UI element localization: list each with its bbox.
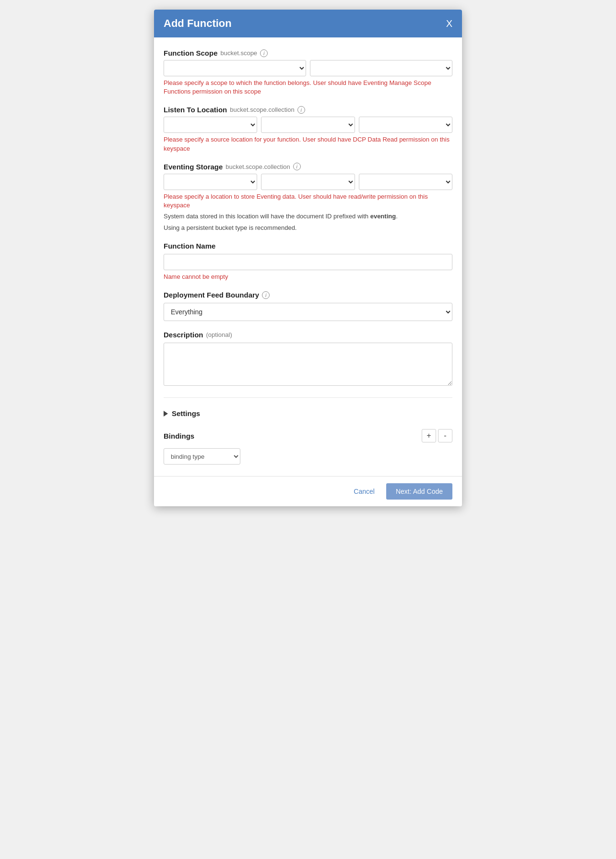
- eventing-storage-collection-select[interactable]: [359, 174, 452, 190]
- listen-to-location-section: Listen To Location bucket.scope.collecti…: [164, 106, 452, 153]
- deployment-feed-boundary-info-icon[interactable]: i: [262, 291, 270, 299]
- function-scope-bucket-select[interactable]: [164, 60, 306, 76]
- bindings-row: binding type URL Alias Bucket Alias Cons…: [164, 448, 452, 465]
- listen-to-location-error: Please specify a source location for you…: [164, 135, 452, 153]
- description-section: Description (optional): [164, 331, 452, 388]
- function-name-section: Function Name Name cannot be empty: [164, 242, 452, 281]
- eventing-storage-info-icon[interactable]: i: [293, 163, 301, 170]
- cancel-button[interactable]: Cancel: [348, 484, 380, 499]
- settings-label: Settings: [172, 409, 200, 418]
- eventing-storage-note2: Using a persistent bucket type is recomm…: [164, 223, 452, 233]
- deployment-feed-boundary-label: Deployment Feed Boundary i: [164, 291, 452, 299]
- close-button[interactable]: X: [446, 19, 452, 28]
- dialog-footer: Cancel Next: Add Code: [154, 476, 462, 506]
- dialog-body: Function Scope bucket.scope i Please spe…: [154, 37, 462, 476]
- settings-separator: [164, 397, 452, 398]
- eventing-storage-sublabel: bucket.scope.collection: [225, 163, 290, 170]
- bindings-controls: + -: [422, 429, 452, 442]
- listen-to-location-sublabel: bucket.scope.collection: [230, 106, 294, 113]
- settings-toggle[interactable]: Settings: [164, 406, 452, 421]
- function-scope-scope-select[interactable]: [310, 60, 452, 76]
- listen-to-location-bucket-select[interactable]: [164, 117, 257, 133]
- bindings-header: Bindings + -: [164, 429, 452, 442]
- deployment-feed-boundary-section: Deployment Feed Boundary i Everything Fr…: [164, 291, 452, 321]
- listen-to-location-collection-select[interactable]: [359, 117, 452, 133]
- description-textarea[interactable]: [164, 343, 452, 386]
- function-name-error: Name cannot be empty: [164, 273, 452, 281]
- deployment-feed-boundary-select[interactable]: Everything From now: [164, 303, 452, 321]
- function-scope-selects: [164, 60, 452, 76]
- next-button[interactable]: Next: Add Code: [386, 483, 452, 500]
- function-name-label: Function Name: [164, 242, 452, 250]
- eventing-storage-scope-select[interactable]: [261, 174, 355, 190]
- function-scope-sublabel: bucket.scope: [221, 49, 258, 57]
- eventing-storage-error: Please specify a location to store Event…: [164, 192, 452, 210]
- bindings-remove-button[interactable]: -: [438, 429, 452, 442]
- listen-to-location-label: Listen To Location bucket.scope.collecti…: [164, 106, 452, 114]
- settings-chevron-icon: [164, 411, 168, 417]
- listen-to-location-info-icon[interactable]: i: [297, 106, 305, 114]
- function-scope-error: Please specify a scope to which the func…: [164, 79, 452, 96]
- listen-to-location-selects: [164, 117, 452, 133]
- binding-type-select[interactable]: binding type URL Alias Bucket Alias Cons…: [164, 448, 240, 465]
- eventing-storage-label: Eventing Storage bucket.scope.collection…: [164, 163, 452, 171]
- dialog-header: Add Function X: [154, 10, 462, 37]
- add-function-dialog: Add Function X Function Scope bucket.sco…: [154, 10, 462, 506]
- listen-to-location-scope-select[interactable]: [261, 117, 355, 133]
- bindings-title: Bindings: [164, 432, 194, 440]
- eventing-storage-note1: System data stored in this location will…: [164, 212, 452, 221]
- eventing-storage-bucket-select[interactable]: [164, 174, 257, 190]
- description-optional-label: (optional): [206, 331, 232, 338]
- bindings-add-button[interactable]: +: [422, 429, 436, 442]
- function-scope-label: Function Scope bucket.scope i: [164, 49, 452, 57]
- dialog-title: Add Function: [164, 17, 232, 30]
- function-name-input[interactable]: [164, 254, 452, 270]
- description-label: Description (optional): [164, 331, 452, 339]
- eventing-storage-selects: [164, 174, 452, 190]
- function-scope-info-icon[interactable]: i: [260, 49, 268, 57]
- function-scope-section: Function Scope bucket.scope i Please spe…: [164, 49, 452, 96]
- eventing-storage-section: Eventing Storage bucket.scope.collection…: [164, 163, 452, 232]
